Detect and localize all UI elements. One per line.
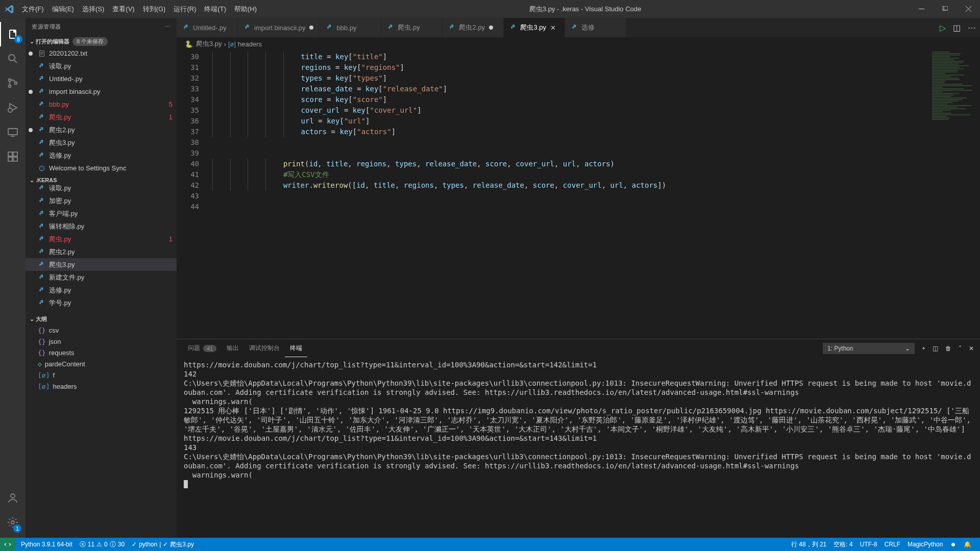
activity-account[interactable] (0, 486, 26, 510)
split-terminal-icon[interactable]: ◫ (933, 345, 938, 352)
minimize-button[interactable] (910, 0, 933, 18)
editor-tab[interactable]: 爬虫3.py✕ (504, 18, 565, 37)
activity-explorer[interactable]: 8 (0, 22, 26, 46)
outline-label: csv (49, 327, 59, 334)
tab-bar: Untitled-.pyimport binascii.pybbb.py爬虫.p… (177, 18, 980, 37)
close-panel-icon[interactable]: ✕ (969, 345, 974, 352)
open-editor-item[interactable]: 爬虫.py1 (26, 111, 177, 123)
outline-item[interactable]: {}csv (26, 324, 177, 336)
code[interactable]: title = key["title"] regions = key["regi… (212, 51, 929, 339)
status-spaces[interactable]: 空格: 4 (830, 540, 856, 549)
editor-tab[interactable]: import binascii.py (238, 18, 320, 37)
menu-item-1[interactable]: 编辑(E) (48, 0, 78, 18)
status-eol[interactable]: CRLF (881, 540, 904, 549)
editor-tab[interactable]: bbb.py (320, 18, 381, 37)
open-editor-item[interactable]: Welcome to Settings Sync (26, 162, 177, 174)
status-encoding[interactable]: UTF-8 (856, 540, 881, 549)
outline-item[interactable]: [ø]headers (26, 381, 177, 392)
open-editor-item[interactable]: 20201202.txt (26, 47, 177, 60)
activity-scm[interactable] (0, 71, 26, 95)
menu-item-0[interactable]: 文件(F) (18, 0, 48, 18)
editor-tab[interactable]: 爬虫.py (381, 18, 443, 37)
file-label: 20201202.txt (49, 49, 177, 57)
svg-rect-0 (919, 9, 924, 9)
folder-item[interactable]: 学号.py (26, 296, 177, 309)
outline-item[interactable]: [ø]f (26, 369, 177, 381)
panel-tab-problems[interactable]: 问题 41 (183, 339, 222, 357)
open-editor-item[interactable]: bbb.py5 (26, 98, 177, 111)
menu-item-3[interactable]: 查看(V) (108, 0, 138, 18)
file-icon (38, 210, 46, 218)
outline-header[interactable]: ⌄ 大纲 (26, 313, 177, 324)
bell-icon[interactable]: 🔔 (960, 540, 975, 549)
dirty-dot (309, 26, 313, 30)
terminal-output[interactable]: https://movie.douban.com/j/chart/top_lis… (177, 357, 980, 538)
more-icon[interactable]: ⋯ (165, 23, 171, 30)
feedback-icon[interactable]: ☻ (946, 540, 960, 549)
folder-item[interactable]: 客户端.py (26, 207, 177, 220)
status-problems[interactable]: ⓧ11 ⚠0 ⓘ30 (76, 540, 128, 549)
open-editor-item[interactable]: 读取.py (26, 60, 177, 72)
folder-item[interactable]: 选修.py (26, 284, 177, 296)
python-icon (449, 24, 456, 31)
open-editor-item[interactable]: 选修.py (26, 149, 177, 162)
menu-item-2[interactable]: 选择(S) (78, 0, 108, 18)
file-icon (38, 164, 46, 172)
split-editor-icon[interactable]: ◫ (953, 23, 961, 33)
python-icon (244, 24, 251, 31)
open-editor-item[interactable]: 爬虫3.py (26, 136, 177, 149)
explorer-badge: 8 (14, 35, 22, 43)
trash-icon[interactable]: 🗑 (945, 345, 951, 352)
open-editor-item[interactable]: import binascii.py (26, 85, 177, 98)
activity-remote[interactable] (0, 120, 26, 144)
minimap[interactable] (929, 51, 980, 339)
folder-item[interactable]: 新建文件.py (26, 271, 177, 284)
editor-tab[interactable]: 爬虫2.py (443, 18, 504, 37)
breadcrumb[interactable]: 🐍 爬虫3.py › [ø] headers (177, 37, 980, 51)
more-icon[interactable]: ⋯ (968, 23, 976, 33)
folder-item[interactable]: 爬虫2.py (26, 245, 177, 258)
menu-item-6[interactable]: 终端(T) (200, 0, 230, 18)
menu-item-4[interactable]: 转到(G) (139, 0, 170, 18)
close-button[interactable] (957, 0, 980, 18)
folder-item[interactable]: 爬虫.py1 (26, 233, 177, 245)
run-icon[interactable]: ▷ (940, 23, 946, 33)
activity-extensions[interactable] (0, 144, 26, 169)
folder-item[interactable]: 爬虫3.py (26, 258, 177, 271)
symbol-icon: ◇ (38, 360, 42, 368)
status-python[interactable]: Python 3.9.1 64-bit (17, 541, 76, 548)
editor-body[interactable]: 303132333435363738394041424344 title = k… (177, 51, 980, 339)
editor-tab[interactable]: 选修 (565, 18, 626, 37)
new-terminal-icon[interactable]: + (922, 345, 925, 352)
close-icon[interactable]: ✕ (550, 24, 556, 32)
folder-item[interactable]: 加密.py (26, 194, 177, 207)
status-cursor[interactable]: 行 48，列 21 (788, 540, 830, 549)
activity-settings[interactable]: 1 (0, 510, 26, 535)
open-editor-item[interactable]: 爬虫2.py (26, 123, 177, 136)
status-check[interactable]: ✓ python | ✓ 爬虫3.py (128, 540, 198, 549)
activity-search[interactable] (0, 46, 26, 71)
activity-bar: 8 1 (0, 18, 26, 538)
panel-tab-terminal[interactable]: 终端 (285, 339, 307, 357)
terminal-select[interactable]: 1: Python ⌄ (823, 343, 915, 354)
panel-tab-debug[interactable]: 调试控制台 (244, 339, 285, 357)
panel: 问题 41 输出 调试控制台 终端 1: Python ⌄ + ◫ 🗑 ˄ ✕ (177, 339, 980, 538)
folder-item[interactable]: 辗转相除.py (26, 220, 177, 233)
remote-indicator[interactable] (0, 538, 15, 551)
outline-item[interactable]: {}json (26, 336, 177, 347)
svg-point-21 (41, 128, 41, 128)
outline-item[interactable]: ◇pardeContent (26, 358, 177, 369)
folder-item[interactable]: 读取.py (26, 182, 177, 194)
menu-item-7[interactable]: 帮助(H) (230, 0, 261, 18)
open-editors-header[interactable]: ⌄ 打开的编辑器 8 个未保存 (26, 36, 177, 47)
outline-item[interactable]: {}requests (26, 347, 177, 358)
chevron-up-icon[interactable]: ˄ (959, 345, 962, 352)
open-editor-item[interactable]: Untitled-.py (26, 72, 177, 85)
maximize-button[interactable] (933, 0, 957, 18)
menu-item-5[interactable]: 运行(R) (169, 0, 200, 18)
editor-tab[interactable]: Untitled-.py (177, 18, 238, 37)
file-label: bbb.py (49, 101, 169, 108)
status-language[interactable]: MagicPython (904, 540, 946, 549)
activity-debug[interactable] (0, 95, 26, 120)
panel-tab-output[interactable]: 输出 (222, 339, 244, 357)
